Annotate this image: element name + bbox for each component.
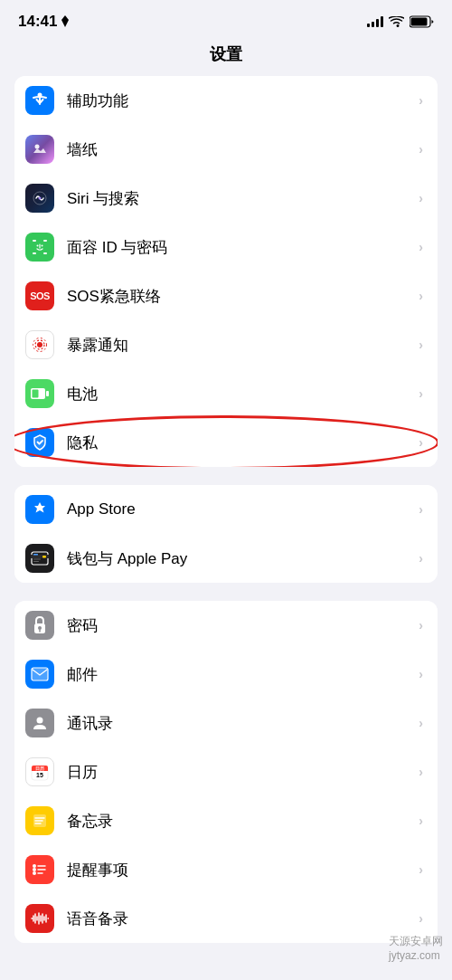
row-exposure[interactable]: 暴露通知 › [14, 320, 438, 369]
svg-rect-6 [33, 240, 36, 242]
row-wallet[interactable]: 钱包与 Apple Pay › [14, 534, 438, 583]
accessibility-chevron: › [419, 93, 423, 108]
svg-rect-1 [411, 18, 428, 26]
svg-rect-7 [43, 240, 47, 242]
row-reminders[interactable]: 提醒事项 › [14, 845, 438, 894]
mail-icon [25, 660, 54, 689]
settings-group-2: App Store › 钱包与 Apple Pay › [14, 485, 438, 583]
passwords-chevron: › [419, 618, 423, 633]
row-siri[interactable]: Siri 与搜索 › [14, 174, 438, 223]
mail-label: 邮件 [67, 664, 419, 685]
svg-rect-8 [33, 252, 36, 254]
appstore-chevron: › [419, 502, 423, 517]
privacy-chevron: › [419, 435, 423, 450]
svg-rect-17 [46, 391, 49, 396]
wallet-chevron: › [419, 551, 423, 566]
wallpaper-chevron: › [419, 142, 423, 157]
appstore-icon [25, 495, 54, 524]
svg-point-40 [33, 864, 36, 868]
svg-rect-9 [43, 252, 47, 254]
reminders-icon [25, 855, 54, 884]
siri-icon [25, 184, 54, 213]
voicememos-label: 语音备录 [67, 909, 419, 929]
battery-row-icon [25, 379, 54, 408]
battery-chevron: › [419, 386, 423, 401]
row-accessibility[interactable]: 辅助功能 › [14, 76, 438, 125]
accessibility-icon [25, 86, 54, 115]
page-title: 设置 [210, 45, 242, 63]
page-title-bar: 设置 [0, 38, 452, 76]
svg-point-11 [42, 245, 43, 247]
wallet-icon [25, 544, 54, 573]
svg-text:15: 15 [36, 772, 43, 778]
time-label: 14:41 [18, 13, 57, 31]
sos-label: SOS紧急联络 [67, 286, 419, 307]
faceid-chevron: › [419, 240, 423, 254]
calendar-label: 日历 [67, 762, 419, 783]
privacy-icon [25, 428, 54, 457]
row-appstore[interactable]: App Store › [14, 485, 438, 534]
notes-label: 备忘录 [67, 811, 419, 832]
exposure-label: 暴露通知 [67, 335, 419, 356]
svg-rect-22 [33, 554, 38, 556]
contacts-chevron: › [419, 716, 423, 730]
row-mail[interactable]: 邮件 › [14, 650, 438, 699]
row-contacts[interactable]: 通讯录 › [14, 699, 438, 747]
svg-rect-24 [33, 561, 39, 562]
svg-text:日历: 日历 [35, 766, 44, 771]
sos-chevron: › [419, 289, 423, 303]
status-time: 14:41 [18, 13, 70, 31]
row-voicememos[interactable]: 语音备录 › [14, 894, 438, 943]
contacts-label: 通讯录 [67, 713, 419, 734]
status-icons [367, 15, 434, 28]
watermark-line1: 天源安卓网 [389, 934, 443, 949]
svg-rect-21 [42, 556, 46, 558]
calendar-icon: 日历 15 [25, 757, 54, 786]
privacy-label: 隐私 [67, 433, 419, 453]
row-faceid[interactable]: 面容 ID 与密码 › [14, 223, 438, 271]
exposure-icon [25, 330, 54, 359]
battery-label: 电池 [67, 384, 419, 404]
reminders-chevron: › [419, 862, 423, 877]
row-wallpaper[interactable]: 墙纸 › [14, 125, 438, 174]
svg-rect-18 [33, 390, 39, 398]
voicememos-chevron: › [419, 911, 423, 926]
wallet-label: 钱包与 Apple Pay [67, 548, 419, 569]
svg-rect-28 [32, 668, 48, 680]
row-passwords[interactable]: 密码 › [14, 601, 438, 650]
svg-point-42 [33, 871, 36, 875]
notes-icon [25, 806, 54, 835]
row-notes[interactable]: 备忘录 › [14, 796, 438, 845]
contacts-icon [25, 709, 54, 737]
sos-icon: SOS [25, 281, 54, 310]
appstore-label: App Store [67, 500, 419, 519]
svg-point-41 [33, 868, 36, 871]
faceid-label: 面容 ID 与密码 [67, 237, 419, 258]
battery-icon [410, 15, 434, 28]
row-sos[interactable]: SOS SOS紧急联络 › [14, 271, 438, 320]
location-icon [61, 15, 70, 28]
notes-chevron: › [419, 813, 423, 828]
faceid-icon [25, 233, 54, 262]
siri-chevron: › [419, 191, 423, 205]
svg-point-3 [35, 145, 40, 149]
voicememos-icon [25, 904, 54, 933]
watermark: 天源安卓网 jytyaz.com [389, 934, 443, 962]
passwords-label: 密码 [67, 615, 419, 636]
row-battery[interactable]: 电池 › [14, 369, 438, 418]
svg-point-5 [39, 197, 42, 200]
settings-group-3: 密码 › 邮件 › 通讯录 › [14, 601, 438, 943]
passwords-icon [25, 611, 54, 640]
row-privacy[interactable]: 隐私 › [14, 418, 438, 467]
reminders-label: 提醒事项 [67, 860, 419, 880]
svg-point-30 [37, 718, 43, 724]
watermark-line2: jytyaz.com [389, 949, 443, 962]
signal-icon [367, 16, 383, 27]
wallpaper-icon [25, 135, 54, 164]
row-calendar[interactable]: 日历 15 日历 › [14, 747, 438, 796]
exposure-chevron: › [419, 338, 423, 352]
siri-label: Siri 与搜索 [67, 188, 419, 209]
settings-group-1: 辅助功能 › 墙纸 › Siri 与搜索 › [14, 76, 438, 467]
wifi-icon [389, 16, 404, 28]
svg-point-13 [37, 342, 42, 347]
